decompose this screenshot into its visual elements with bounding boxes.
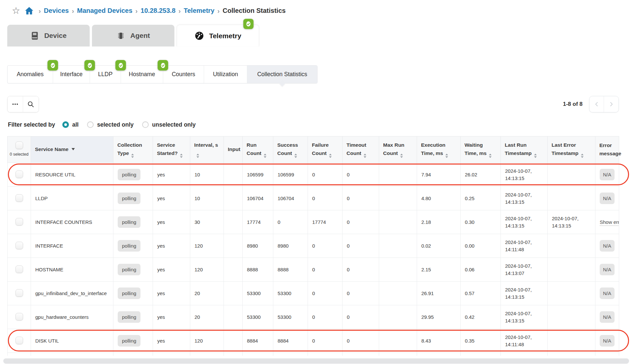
row-checkbox[interactable] <box>15 170 23 178</box>
select-all-checkbox[interactable] <box>15 141 23 149</box>
horizontal-scrollbar[interactable] <box>3 358 629 364</box>
main-tabs: Device Agent Telemetry <box>7 25 633 46</box>
last-run-time: 14:13:15 <box>505 317 543 324</box>
interval-cell: 10 <box>195 196 200 201</box>
column-header-max-run-count[interactable]: Max Run Count <box>379 136 417 163</box>
last-run-time: 14:11:48 <box>505 341 543 348</box>
radio-unselected-icon[interactable] <box>87 121 94 128</box>
service-started-cell: yes <box>157 172 165 177</box>
favorite-star-icon[interactable]: ☆ <box>12 6 20 15</box>
subtab-label: Interface <box>60 71 82 78</box>
check-badge-icon <box>243 19 254 29</box>
run-count-cell: 8884 <box>247 338 258 344</box>
service-name-cell: DISK UTIL <box>35 338 59 344</box>
breadcrumb-link[interactable]: Devices <box>44 7 69 15</box>
column-header-service-started[interactable]: Service Started? <box>153 136 190 163</box>
execution-time-cell: 0.02 <box>421 243 431 249</box>
column-header-execution-time[interactable]: Execution Time, ms <box>417 136 461 163</box>
column-header-timeout-count[interactable]: Timeout Count <box>343 136 379 163</box>
pagination-range-label: 1-8 of 8 <box>563 101 583 107</box>
row-checkbox[interactable] <box>15 337 23 344</box>
sort-icon <box>445 154 448 158</box>
row-checkbox[interactable] <box>15 265 23 273</box>
success-count-cell: 53300 <box>278 290 291 296</box>
next-page-button[interactable] <box>604 96 618 112</box>
column-header-waiting-time[interactable]: Waiting Time, ms <box>461 136 501 163</box>
filter-label: Filter selected by <box>8 121 55 128</box>
column-header-collection-type[interactable]: Collection Type <box>113 136 153 163</box>
previous-page-button[interactable] <box>589 96 604 112</box>
subtab-utilization[interactable]: Utilization <box>204 66 247 83</box>
partial-row <box>8 353 619 356</box>
column-header-last-error-timestamp[interactable]: Last Error Timestamp <box>548 136 595 163</box>
last-run-date: 2024-10-07, <box>505 262 543 270</box>
filter-radio-selected-only[interactable]: selected only <box>87 121 134 128</box>
failure-count-cell: 0 <box>312 314 315 320</box>
subtab-counters[interactable]: Counters <box>163 66 204 83</box>
tab-agent[interactable]: Agent <box>92 25 174 46</box>
service-name-cell: LLDP <box>35 196 48 201</box>
row-checkbox[interactable] <box>15 289 23 297</box>
subtab-anomalies[interactable]: Anomalies <box>8 66 53 83</box>
breadcrumb-link[interactable]: Telemetry <box>184 7 214 15</box>
column-label: Collection Type <box>117 142 142 156</box>
run-count-cell: 53300 <box>247 314 261 320</box>
row-checkbox[interactable] <box>15 194 23 202</box>
breadcrumb-items: DevicesManaged Devices10.28.253.8Telemet… <box>36 7 286 15</box>
subtab-interface[interactable]: Interface <box>53 66 90 83</box>
radio-unselected-icon[interactable] <box>142 121 149 128</box>
error-na-badge: N/A <box>600 240 615 252</box>
column-header-success-count[interactable]: Success Count <box>273 136 308 163</box>
row-checkbox[interactable] <box>15 313 23 320</box>
last-run-date: 2024-10-07, <box>505 191 543 198</box>
breadcrumb-link[interactable]: Managed Devices <box>77 7 133 15</box>
sort-icon <box>196 154 199 158</box>
tab-device[interactable]: Device <box>7 25 90 46</box>
column-label: Last Run Timestamp <box>505 142 532 156</box>
subtab-label: Counters <box>172 71 195 78</box>
failure-count-cell: 0 <box>312 243 315 249</box>
timeout-count-cell: 0 <box>347 219 349 225</box>
interval-cell: 120 <box>195 338 203 344</box>
execution-time-cell: 29.95 <box>421 314 434 320</box>
column-header-service-name[interactable]: Service Name <box>31 136 113 163</box>
sort-icon <box>400 154 403 158</box>
breadcrumb-link[interactable]: 10.28.253.8 <box>141 7 176 15</box>
collection-type-badge: polling <box>118 169 140 180</box>
filter-radio-unselected-only[interactable]: unselected only <box>142 121 196 128</box>
tab-telemetry[interactable]: Telemetry <box>177 25 259 46</box>
subtab-hostname[interactable]: Hostname <box>121 66 163 83</box>
last-run-date: 2024-10-07, <box>505 215 543 222</box>
collection-type-badge: polling <box>118 264 140 275</box>
interval-cell: 30 <box>195 219 200 225</box>
column-header-interval[interactable]: Interval, s <box>190 136 224 163</box>
home-icon[interactable] <box>25 7 34 15</box>
failure-count-cell: 0 <box>312 172 315 177</box>
radio-selected-icon[interactable] <box>62 121 69 128</box>
pagination: 1-8 of 8 <box>563 96 619 112</box>
filter-radio-all[interactable]: all <box>62 121 78 128</box>
failure-count-cell: 17774 <box>312 219 326 225</box>
failure-count-cell: 0 <box>312 290 315 296</box>
column-header-run-count[interactable]: Run Count <box>243 136 273 163</box>
telemetry-subtabs: AnomaliesInterfaceLLDPHostnameCountersUt… <box>7 65 317 83</box>
row-checkbox[interactable] <box>15 242 23 249</box>
chevron-right-icon <box>133 7 141 15</box>
row-checkbox[interactable] <box>15 218 23 226</box>
service-started-cell: yes <box>157 219 165 225</box>
show-error-link[interactable]: Show error <box>600 219 619 226</box>
more-actions-button[interactable] <box>8 96 23 112</box>
error-na-badge: N/A <box>600 169 615 180</box>
last-run-time: 14:13:15 <box>505 222 543 229</box>
execution-time-cell: 8.43 <box>421 338 431 344</box>
last-run-time: 14:13:15 <box>505 293 543 301</box>
filter-row: Filter selected by allselected onlyunsel… <box>8 120 633 130</box>
column-label: Error message <box>599 142 621 156</box>
column-header-last-run-timestamp[interactable]: Last Run Timestamp <box>501 136 548 163</box>
column-label: Execution Time, ms <box>421 142 445 156</box>
search-button[interactable] <box>23 96 39 112</box>
column-header-failure-count[interactable]: Failure Count <box>308 136 343 163</box>
subtab-collection-statistics[interactable]: Collection Statistics <box>247 66 317 83</box>
run-count-cell: 53300 <box>247 290 261 296</box>
subtab-label: Anomalies <box>17 71 44 78</box>
